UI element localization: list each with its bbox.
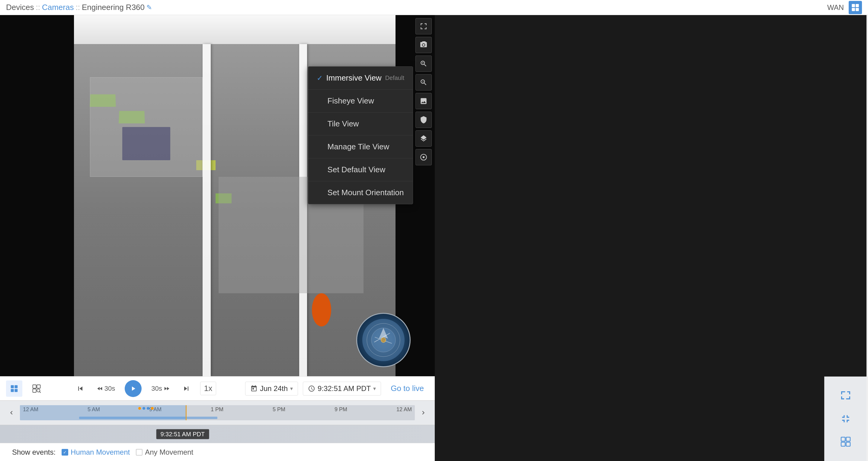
- svg-rect-11: [14, 385, 18, 388]
- left-black-panel: [0, 15, 74, 376]
- dropdown-item-tile[interactable]: Tile View: [308, 112, 413, 135]
- any-movement-checkbox-label[interactable]: Any Movement: [136, 448, 193, 457]
- set-mount-label: Set Mount Orientation: [328, 188, 404, 197]
- svg-rect-20: [846, 437, 850, 441]
- top-bar: Devices :: Cameras :: Engineering R360 ✎…: [0, 0, 868, 15]
- time-value: 9:32:51 AM PDT: [318, 384, 371, 393]
- svg-rect-1: [856, 4, 859, 7]
- event-dot-4: [151, 407, 154, 410]
- human-movement-checkbox-label[interactable]: ✓ Human Movement: [62, 448, 130, 457]
- svg-rect-2: [852, 8, 855, 11]
- network-status-icon[interactable]: [849, 1, 862, 14]
- event-dot-3: [147, 407, 150, 410]
- svg-rect-14: [33, 385, 36, 388]
- mini-map: [356, 313, 411, 367]
- svg-rect-13: [14, 389, 18, 392]
- speed-selector[interactable]: 1x: [200, 382, 216, 395]
- wan-label: WAN: [827, 3, 844, 12]
- human-movement-label: Human Movement: [71, 448, 130, 457]
- dropdown-item-manage-tile[interactable]: Manage Tile View: [308, 135, 413, 158]
- expand-timeline-button[interactable]: [832, 387, 859, 405]
- svg-rect-12: [11, 389, 14, 392]
- grid-timeline-button[interactable]: [832, 433, 859, 451]
- tl-label-5am: 5 AM: [88, 406, 100, 413]
- time-picker[interactable]: 9:32:51 AM PDT ▾: [303, 382, 381, 396]
- svg-line-18: [39, 392, 41, 393]
- event-dots-container: [138, 407, 154, 410]
- any-movement-checkbox[interactable]: [136, 449, 143, 456]
- date-controls: Jun 24th ▾ 9:32:51 AM PDT ▾ Go to live: [245, 381, 429, 396]
- breadcrumb-camera-name: Engineering R360: [82, 3, 145, 12]
- svg-rect-3: [856, 8, 859, 11]
- events-label: Show events:: [12, 448, 56, 457]
- timeline-area: 12 AM 5 AM 9 AM 1 PM 5 PM 9 PM 12 AM: [0, 400, 435, 443]
- main-content: ✓ Immersive View Default Fisheye View Ti…: [0, 15, 868, 461]
- time-dropdown-arrow: ▾: [373, 385, 376, 392]
- skip-back-30-button[interactable]: 30s: [94, 382, 118, 395]
- grid-view-button[interactable]: [6, 381, 22, 397]
- bottom-controls: 30s 30s 1x Jun 24th ▾: [0, 376, 435, 400]
- tl-label-1pm: 1 PM: [211, 406, 223, 413]
- image-settings-button[interactable]: [415, 93, 432, 109]
- tl-label-9pm: 9 PM: [335, 406, 347, 413]
- fisheye-view-label: Fisheye View: [328, 96, 374, 106]
- timeline-prev-button[interactable]: [6, 407, 17, 418]
- timeline-next-button[interactable]: [418, 407, 429, 418]
- search-grid-button[interactable]: [28, 381, 45, 397]
- video-container[interactable]: ✓ Immersive View Default Fisheye View Ti…: [0, 15, 435, 376]
- dropdown-item-fisheye[interactable]: Fisheye View: [308, 90, 413, 112]
- ceiling: [74, 15, 396, 44]
- svg-rect-16: [33, 389, 36, 392]
- camera-area: ✓ Immersive View Default Fisheye View Ti…: [0, 15, 435, 461]
- timeline-track[interactable]: 12 AM 5 AM 9 AM 1 PM 5 PM 9 PM 12 AM: [20, 405, 415, 420]
- svg-point-9: [381, 338, 386, 342]
- zoom-in-button[interactable]: [415, 56, 432, 72]
- ptz-button[interactable]: [415, 149, 432, 165]
- dropdown-item-set-default[interactable]: Set Default View: [308, 158, 413, 181]
- breadcrumb-cameras[interactable]: Cameras: [42, 3, 74, 12]
- go-live-button[interactable]: Go to live: [386, 381, 429, 396]
- svg-rect-0: [852, 4, 855, 7]
- privacy-button[interactable]: [415, 111, 432, 128]
- breadcrumb-sep2: ::: [75, 3, 80, 12]
- human-movement-checkbox[interactable]: ✓: [62, 449, 68, 456]
- timeline-outer: 12 AM 5 AM 9 AM 1 PM 5 PM 9 PM 12 AM: [0, 401, 435, 425]
- date-picker[interactable]: Jun 24th ▾: [245, 382, 298, 396]
- skip-end-button[interactable]: [180, 382, 193, 395]
- immersive-default-label: Default: [385, 74, 404, 81]
- immersive-view-label: Immersive View: [327, 73, 382, 83]
- mini-map-inner: [362, 319, 404, 361]
- camera-feed: ✓ Immersive View Default Fisheye View Ti…: [0, 15, 435, 376]
- tl-label-12am: 12 AM: [23, 406, 38, 413]
- skip-back-label: 30s: [104, 385, 115, 393]
- playback-controls: 30s 30s 1x: [51, 380, 239, 397]
- play-button[interactable]: [125, 380, 142, 397]
- edit-icon[interactable]: ✎: [147, 4, 152, 11]
- skip-start-button[interactable]: [74, 382, 87, 395]
- skip-fwd-label: 30s: [151, 385, 162, 393]
- skip-fwd-30-button[interactable]: 30s: [149, 382, 172, 395]
- svg-rect-10: [11, 385, 14, 388]
- zoom-out-button[interactable]: [415, 74, 432, 91]
- timeline-events-bar: [79, 417, 217, 419]
- timeline-inner: 9:32:51 AM PDT: [0, 425, 435, 443]
- check-icon: ✓: [317, 74, 323, 83]
- layers-button[interactable]: [415, 130, 432, 146]
- breadcrumb-sep1: ::: [36, 3, 40, 12]
- dropdown-item-set-mount[interactable]: Set Mount Orientation: [308, 181, 413, 204]
- top-right: WAN: [827, 1, 862, 14]
- camera-controls-panel: [415, 18, 432, 165]
- dropdown-item-immersive[interactable]: ✓ Immersive View Default: [308, 67, 413, 90]
- fullscreen-button[interactable]: [415, 18, 432, 34]
- set-default-view-label: Set Default View: [328, 165, 385, 174]
- event-dot-2: [143, 407, 145, 410]
- any-movement-label: Any Movement: [145, 448, 193, 457]
- manage-tile-view-label: Manage Tile View: [328, 142, 390, 152]
- right-timeline-controls: [824, 376, 867, 461]
- date-dropdown-arrow: ▾: [290, 385, 293, 392]
- svg-rect-15: [37, 385, 40, 388]
- snapshot-button[interactable]: [415, 37, 432, 53]
- tile-view-label: Tile View: [328, 119, 359, 129]
- compress-timeline-button[interactable]: [832, 410, 859, 428]
- event-dot-1: [138, 407, 141, 410]
